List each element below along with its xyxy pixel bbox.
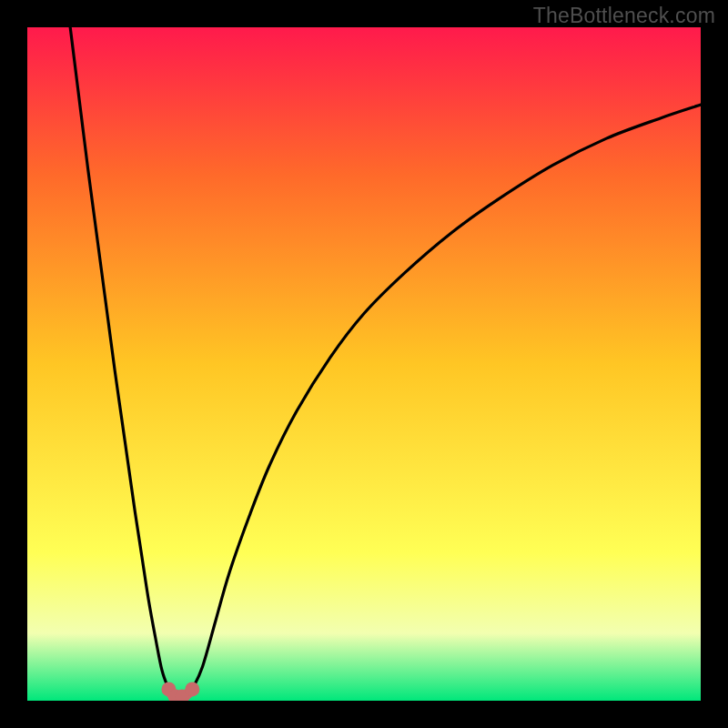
bottleneck-chart: [27, 27, 701, 701]
plot-area: [27, 27, 701, 701]
gradient-background: [27, 27, 701, 701]
trough-marker-3: [185, 682, 199, 696]
outer-frame: TheBottleneck.com: [0, 0, 728, 728]
watermark-text: TheBottleneck.com: [533, 4, 715, 28]
